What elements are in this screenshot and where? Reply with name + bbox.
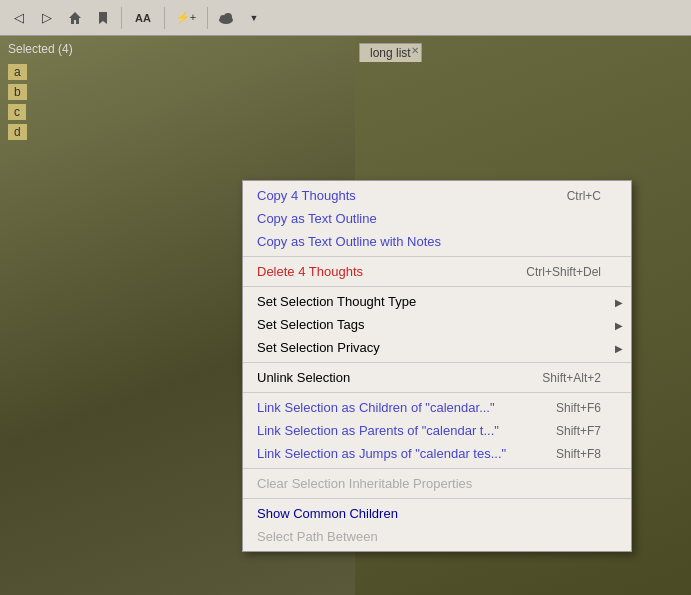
menu-link-jumps[interactable]: Link Selection as Jumps of "calendar tes…: [243, 442, 631, 465]
font-btn[interactable]: AA: [127, 5, 159, 31]
svg-point-2: [224, 13, 232, 21]
item-d[interactable]: d: [8, 124, 27, 140]
home-btn[interactable]: [62, 5, 88, 31]
toolbar-sep3: [207, 7, 208, 29]
bookmark-btn[interactable]: [90, 5, 116, 31]
list-item: b: [4, 82, 351, 102]
menu-link-jumps-shortcut: Shift+F8: [556, 447, 601, 461]
link-btn[interactable]: ⚡+: [170, 5, 202, 31]
menu-unlink-label: Unlink Selection: [257, 370, 350, 385]
list-item: a: [4, 62, 351, 82]
tab-close-btn[interactable]: ✕: [411, 45, 419, 56]
toolbar: ◁ ▷ AA ⚡+ ▼: [0, 0, 691, 36]
menu-link-children-shortcut: Shift+F6: [556, 401, 601, 415]
menu-set-thought-type-label: Set Selection Thought Type: [257, 294, 416, 309]
menu-unlink-selection[interactable]: Unlink Selection Shift+Alt+2: [243, 366, 631, 389]
menu-show-common-label: Show Common Children: [257, 506, 398, 521]
tab-label: long list: [370, 46, 411, 60]
menu-show-common[interactable]: Show Common Children: [243, 502, 631, 525]
toolbar-sep2: [164, 7, 165, 29]
cloud-arrow-btn[interactable]: ▼: [241, 5, 267, 31]
menu-clear-inheritable-label: Clear Selection Inheritable Properties: [257, 476, 472, 491]
menu-select-path-label: Select Path Between: [257, 529, 378, 544]
menu-link-parents-shortcut: Shift+F7: [556, 424, 601, 438]
submenu-arrow-privacy: ▶: [615, 342, 623, 353]
menu-set-tags-label: Set Selection Tags: [257, 317, 364, 332]
tab-bar: long list ✕: [355, 36, 691, 62]
menu-sep2: [243, 286, 631, 287]
menu-link-parents-label: Link Selection as Parents of "calendar t…: [257, 423, 499, 438]
menu-set-privacy[interactable]: Set Selection Privacy ▶: [243, 336, 631, 359]
menu-unlink-shortcut: Shift+Alt+2: [542, 371, 601, 385]
menu-copy-text-outline-notes-label: Copy as Text Outline with Notes: [257, 234, 441, 249]
menu-clear-inheritable: Clear Selection Inheritable Properties: [243, 472, 631, 495]
menu-sep1: [243, 256, 631, 257]
menu-select-path: Select Path Between: [243, 525, 631, 548]
list-item: d: [4, 122, 351, 142]
menu-sep4: [243, 392, 631, 393]
item-a[interactable]: a: [8, 64, 27, 80]
menu-set-privacy-label: Set Selection Privacy: [257, 340, 380, 355]
context-menu: Copy 4 Thoughts Ctrl+C Copy as Text Outl…: [242, 180, 632, 552]
selection-header: Selected (4): [4, 40, 351, 58]
forward-btn[interactable]: ▷: [34, 5, 60, 31]
menu-copy-thoughts[interactable]: Copy 4 Thoughts Ctrl+C: [243, 184, 631, 207]
menu-sep3: [243, 362, 631, 363]
menu-link-parents[interactable]: Link Selection as Parents of "calendar t…: [243, 419, 631, 442]
back-btn[interactable]: ◁: [6, 5, 32, 31]
menu-delete-thoughts-shortcut: Ctrl+Shift+Del: [526, 265, 601, 279]
tab-long-list[interactable]: long list ✕: [359, 43, 422, 62]
submenu-arrow-tags: ▶: [615, 319, 623, 330]
menu-delete-thoughts-label: Delete 4 Thoughts: [257, 264, 363, 279]
menu-sep5: [243, 468, 631, 469]
menu-copy-thoughts-shortcut: Ctrl+C: [567, 189, 601, 203]
item-c[interactable]: c: [8, 104, 26, 120]
toolbar-sep1: [121, 7, 122, 29]
item-b[interactable]: b: [8, 84, 27, 100]
list-item: c: [4, 102, 351, 122]
menu-link-children-label: Link Selection as Children of "calendar.…: [257, 400, 495, 415]
submenu-arrow-thought-type: ▶: [615, 296, 623, 307]
menu-link-jumps-label: Link Selection as Jumps of "calendar tes…: [257, 446, 506, 461]
menu-set-tags[interactable]: Set Selection Tags ▶: [243, 313, 631, 336]
menu-copy-text-outline-label: Copy as Text Outline: [257, 211, 377, 226]
menu-sep6: [243, 498, 631, 499]
menu-delete-thoughts[interactable]: Delete 4 Thoughts Ctrl+Shift+Del: [243, 260, 631, 283]
menu-copy-thoughts-label: Copy 4 Thoughts: [257, 188, 356, 203]
menu-copy-text-outline[interactable]: Copy as Text Outline: [243, 207, 631, 230]
cloud-btn[interactable]: [213, 5, 239, 31]
menu-copy-text-outline-notes[interactable]: Copy as Text Outline with Notes: [243, 230, 631, 253]
menu-set-thought-type[interactable]: Set Selection Thought Type ▶: [243, 290, 631, 313]
menu-link-children[interactable]: Link Selection as Children of "calendar.…: [243, 396, 631, 419]
